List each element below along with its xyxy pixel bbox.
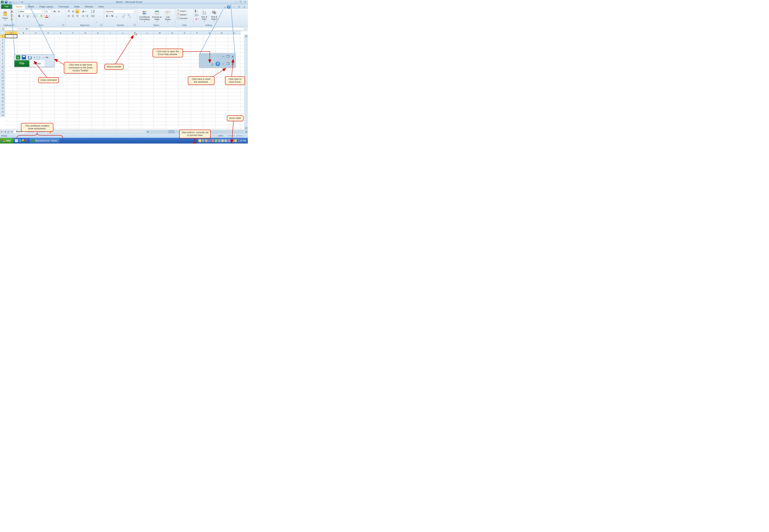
borders-icon[interactable] bbox=[33, 14, 36, 18]
delete-cells-button[interactable]: Delete▾ bbox=[176, 13, 187, 16]
tray-icon[interactable] bbox=[215, 139, 217, 142]
row-header-24[interactable]: 24 bbox=[0, 113, 5, 117]
copy-icon[interactable] bbox=[10, 14, 14, 18]
row-header-16[interactable]: 16 bbox=[0, 86, 5, 89]
workbook-minimize-button[interactable]: ─ bbox=[231, 6, 236, 9]
expand-formula-bar-icon[interactable]: ⌄ bbox=[244, 27, 248, 31]
row-header-5[interactable]: 5 bbox=[0, 48, 5, 52]
row-header-10[interactable]: 10 bbox=[0, 65, 5, 69]
currency-icon[interactable]: $ bbox=[105, 14, 109, 18]
col-header-H[interactable]: H bbox=[92, 31, 104, 35]
col-header-I[interactable]: I bbox=[104, 31, 116, 35]
conditional-formatting-button[interactable]: Conditional Formatting▾ bbox=[138, 10, 151, 23]
clear-icon[interactable]: ▾ bbox=[195, 17, 199, 20]
fill-color-icon[interactable] bbox=[39, 14, 43, 18]
font-size-combo[interactable]: 11▾ bbox=[44, 10, 52, 13]
zoom-in-icon[interactable]: + bbox=[244, 134, 247, 137]
font-color-icon[interactable]: A bbox=[45, 14, 49, 18]
col-header-M[interactable]: M bbox=[154, 31, 166, 35]
align-right-icon[interactable] bbox=[75, 14, 79, 18]
increase-decimal-icon[interactable]: ←.0.00 bbox=[121, 14, 126, 18]
zoom-thumb[interactable] bbox=[235, 135, 236, 137]
tray-icon[interactable] bbox=[205, 139, 208, 142]
tab-data[interactable]: Data bbox=[71, 4, 82, 9]
col-header-P[interactable]: P bbox=[191, 31, 203, 35]
row-header-8[interactable]: 8 bbox=[0, 59, 5, 62]
taskbar-app-excel[interactable]: X Microsoft Excel - Book1 bbox=[30, 138, 59, 143]
number-launcher-icon[interactable]: ↘ bbox=[134, 24, 136, 26]
restore-button[interactable]: ❐ bbox=[238, 1, 242, 4]
zoom-slider[interactable] bbox=[228, 135, 243, 136]
row-header-19[interactable]: 19 bbox=[0, 96, 5, 100]
format-as-table-button[interactable]: Format as Table▾ bbox=[151, 10, 162, 23]
col-header-E[interactable]: E bbox=[55, 31, 67, 35]
tray-icon[interactable] bbox=[198, 139, 201, 142]
zoom-percent[interactable]: 100% bbox=[218, 135, 223, 137]
ql-desktop-icon[interactable] bbox=[15, 139, 18, 142]
autosum-icon[interactable]: Σ▾ bbox=[195, 10, 199, 13]
row-header-11[interactable]: 11 bbox=[0, 69, 5, 72]
tab-view[interactable]: View bbox=[95, 4, 106, 9]
row-header-1[interactable]: 1 bbox=[0, 35, 5, 38]
formula-input[interactable] bbox=[29, 27, 244, 30]
align-bottom-icon[interactable] bbox=[75, 10, 79, 13]
row-header-17[interactable]: 17 bbox=[0, 89, 5, 93]
tab-formulas[interactable]: Formulas bbox=[56, 4, 71, 9]
redo-icon[interactable] bbox=[14, 1, 18, 4]
col-header-O[interactable]: O bbox=[178, 31, 191, 35]
ql-more-icon[interactable]: » bbox=[26, 139, 29, 142]
start-button[interactable]: start bbox=[0, 138, 14, 144]
workbook-close-button[interactable]: ✕ bbox=[242, 6, 246, 9]
col-header-D[interactable]: D bbox=[42, 31, 55, 35]
col-header-G[interactable]: G bbox=[79, 31, 92, 35]
col-header-B[interactable]: B bbox=[17, 31, 30, 35]
tray-icon[interactable] bbox=[221, 139, 224, 142]
ql-ie-icon[interactable] bbox=[18, 139, 22, 142]
undo-arrow-icon[interactable]: ▾ bbox=[12, 1, 14, 4]
number-format-combo[interactable]: General▾ bbox=[105, 10, 136, 13]
tray-icon[interactable] bbox=[224, 139, 227, 142]
qat-customize-icon[interactable]: ≡▾ bbox=[21, 1, 24, 4]
percent-icon[interactable]: % bbox=[110, 14, 114, 18]
row-header-15[interactable]: 15 bbox=[0, 83, 5, 86]
format-cells-button[interactable]: Format▾ bbox=[176, 17, 188, 20]
col-header-A[interactable]: A bbox=[5, 31, 17, 35]
sort-filter-button[interactable]: AZ Sort & Filter▾ bbox=[200, 10, 209, 23]
clipboard-launcher-icon[interactable]: ↘ bbox=[13, 24, 14, 26]
tray-icon[interactable] bbox=[202, 139, 204, 142]
scroll-right-icon[interactable]: ▶ bbox=[245, 130, 248, 133]
row-header-12[interactable]: 12 bbox=[0, 72, 5, 76]
cut-icon[interactable] bbox=[10, 10, 14, 13]
row-header-3[interactable]: 3 bbox=[0, 41, 5, 45]
col-header-F[interactable]: F bbox=[67, 31, 79, 35]
format-painter-icon[interactable] bbox=[10, 18, 14, 22]
merge-center-icon[interactable] bbox=[91, 14, 95, 18]
minimize-button[interactable]: ─ bbox=[234, 1, 238, 4]
first-sheet-icon[interactable]: ⏮ bbox=[0, 130, 3, 133]
row-header-18[interactable]: 18 bbox=[0, 93, 5, 96]
scroll-up-icon[interactable]: ▲ bbox=[245, 35, 248, 38]
tray-icon[interactable] bbox=[228, 139, 230, 142]
undo-icon[interactable] bbox=[8, 1, 11, 4]
find-select-button[interactable]: Find & Select▾ bbox=[209, 10, 219, 23]
row-header-2[interactable]: 2 bbox=[0, 38, 5, 41]
shrink-font-icon[interactable]: A▾ bbox=[57, 10, 61, 13]
taskbar-clock[interactable]: 1:39 PM bbox=[237, 140, 247, 142]
redo-arrow-icon[interactable]: ▾ bbox=[18, 1, 20, 4]
insert-cells-button[interactable]: Insert▾ bbox=[176, 10, 186, 13]
col-header-R[interactable]: R bbox=[216, 31, 228, 35]
cancel-formula-icon[interactable]: ● bbox=[20, 27, 24, 31]
font-launcher-icon[interactable]: ↘ bbox=[62, 24, 64, 26]
horizontal-scrollbar[interactable]: ◀ ▶ bbox=[51, 130, 248, 133]
tray-icon[interactable] bbox=[234, 139, 237, 142]
fx-icon[interactable]: fx bbox=[24, 27, 29, 31]
file-tab[interactable]: File bbox=[1, 4, 12, 9]
scroll-left-icon[interactable]: ◀ bbox=[146, 130, 149, 133]
prev-sheet-icon[interactable]: ◀ bbox=[3, 130, 7, 133]
scroll-down-icon[interactable]: ▼ bbox=[245, 127, 248, 130]
tab-home[interactable]: Home bbox=[13, 4, 25, 9]
tray-icon[interactable] bbox=[231, 139, 233, 142]
paste-button[interactable]: Paste ▾ bbox=[1, 10, 9, 23]
col-header-L[interactable]: L bbox=[141, 31, 154, 35]
col-header-N[interactable]: N bbox=[166, 31, 178, 35]
